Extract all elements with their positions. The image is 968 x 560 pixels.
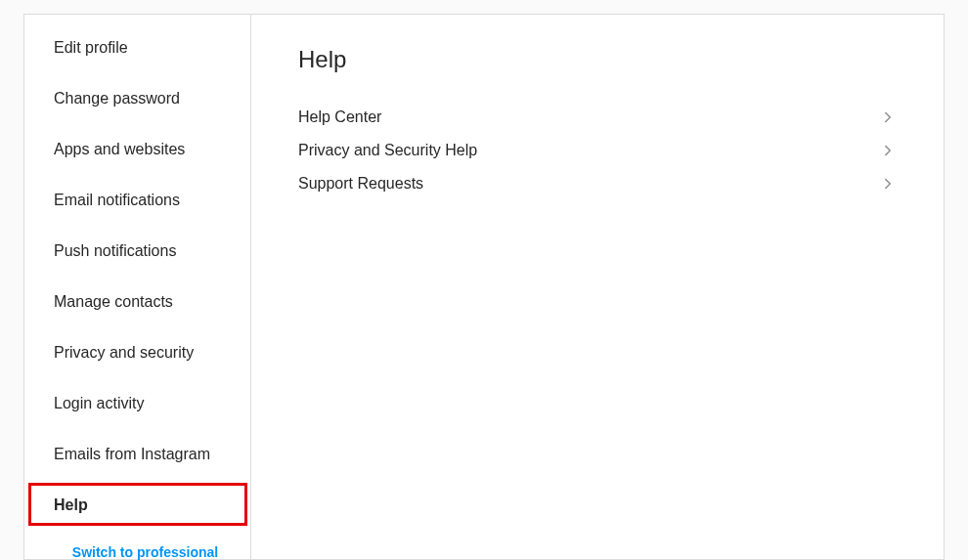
sidebar-item-manage-contacts[interactable]: Manage contacts <box>24 277 250 327</box>
sidebar-item-login-activity[interactable]: Login activity <box>24 378 250 429</box>
settings-panel: Edit profile Change password Apps and we… <box>23 14 945 560</box>
sidebar-item-label: Apps and websites <box>54 141 185 157</box>
help-main: Help Help Center Privacy and Security He… <box>251 15 944 559</box>
sidebar-item-label: Login activity <box>54 395 145 411</box>
sidebar-item-label: Manage contacts <box>54 293 173 310</box>
help-link-support-requests[interactable]: Support Requests <box>298 167 897 200</box>
help-link-privacy-security[interactable]: Privacy and Security Help <box>298 134 897 167</box>
chevron-right-icon <box>879 108 897 126</box>
sidebar-item-apps-websites[interactable]: Apps and websites <box>24 124 250 175</box>
help-link-label: Privacy and Security Help <box>298 142 477 159</box>
sidebar-item-emails-from-instagram[interactable]: Emails from Instagram <box>24 429 250 480</box>
help-link-label: Support Requests <box>298 175 423 193</box>
sidebar-item-label: Push notifications <box>54 242 176 259</box>
chevron-right-icon <box>879 142 897 159</box>
sidebar-item-privacy-security[interactable]: Privacy and security <box>24 327 250 378</box>
help-link-help-center[interactable]: Help Center <box>298 101 897 134</box>
sidebar-item-label: Edit profile <box>54 39 128 56</box>
sidebar-item-email-notifications[interactable]: Email notifications <box>24 175 250 226</box>
page-title: Help <box>298 46 897 73</box>
sidebar-item-label: Change password <box>54 90 180 107</box>
sidebar-item-label: Emails from Instagram <box>54 446 210 462</box>
settings-sidebar: Edit profile Change password Apps and we… <box>24 15 251 559</box>
sidebar-item-label: Help <box>54 496 88 513</box>
chevron-right-icon <box>879 175 897 193</box>
sidebar-item-change-password[interactable]: Change password <box>24 73 250 124</box>
switch-label: Switch to professional <box>72 544 218 560</box>
sidebar-item-edit-profile[interactable]: Edit profile <box>24 22 250 73</box>
sidebar-item-help[interactable]: Help <box>24 480 250 531</box>
sidebar-item-label: Privacy and security <box>54 344 194 361</box>
sidebar-item-label: Email notifications <box>54 192 180 208</box>
sidebar-item-push-notifications[interactable]: Push notifications <box>24 226 250 277</box>
help-link-label: Help Center <box>298 108 381 126</box>
switch-to-professional-link[interactable]: Switch to professional <box>24 531 250 560</box>
